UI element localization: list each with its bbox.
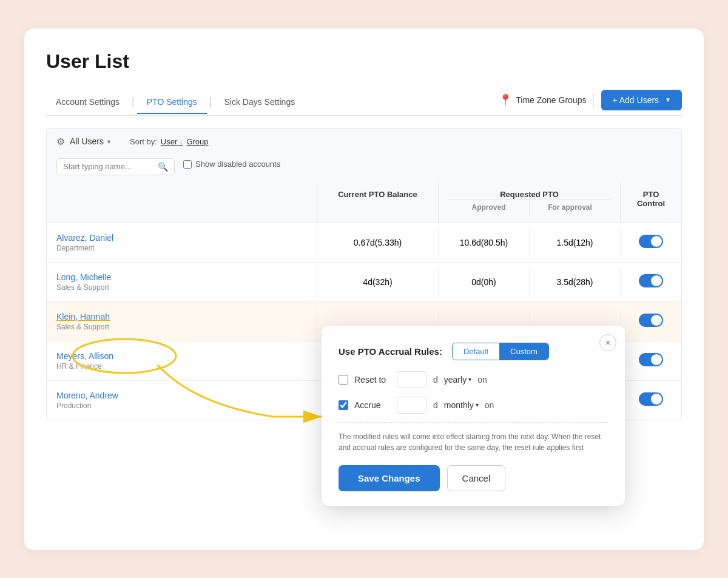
popup-footer: Save Changes Cancel	[339, 465, 608, 491]
filter-icon: ⚙	[56, 136, 65, 147]
location-icon: 📍	[499, 93, 512, 107]
default-button[interactable]: Default	[453, 343, 499, 360]
custom-button[interactable]: Custom	[499, 343, 548, 360]
pto-toggle-4[interactable]	[639, 392, 663, 406]
col-name-header	[47, 183, 317, 223]
reset-label: Reset to	[354, 375, 391, 385]
filter-caret-icon: ▾	[107, 138, 110, 145]
add-users-button[interactable]: + Add Users ▼	[601, 90, 682, 110]
tab-separator-2: |	[207, 96, 215, 107]
toggle-cell-1	[621, 264, 681, 300]
toggle-cell-2	[621, 304, 681, 339]
page-title: User List	[46, 50, 682, 73]
user-cell-0: Alvarez, Daniel Department	[47, 223, 317, 262]
requested-cell-0: 10.6d(80.5h) 1.5d(12h)	[439, 228, 621, 257]
user-dept-3: HR & Finance	[56, 362, 307, 371]
pto-toggle-0[interactable]	[639, 235, 663, 248]
show-disabled-checkbox[interactable]	[183, 160, 192, 169]
filter-row1: ⚙ All Users ▾ Sort by: User ↓ Group	[56, 136, 672, 147]
toggle-cell-0	[621, 225, 681, 260]
col-control-header: PTO Control	[621, 183, 681, 223]
col-balance-header: Current PTO Balance	[317, 183, 439, 223]
user-dept-2: Sales & Support	[56, 323, 307, 331]
search-icon: 🔍	[158, 162, 168, 172]
user-dept-4: Production	[56, 402, 307, 410]
accrue-rule-row: Accrue 1 d monthly ▾ on	[339, 397, 608, 414]
pto-toggle-1[interactable]	[639, 274, 663, 287]
approved-1: 0d(0h)	[439, 267, 530, 297]
balance-cell-1: 4d(32h)	[317, 267, 439, 297]
pto-toggle-3[interactable]	[639, 353, 663, 366]
user-name-0[interactable]: Alvarez, Daniel	[56, 233, 307, 243]
for-approval-1: 3.5d(28h)	[530, 267, 620, 297]
dropdown-arrow-icon: ▼	[665, 96, 671, 103]
tab-sick-days[interactable]: Sick Days Settings	[214, 91, 305, 114]
reset-unit: d	[433, 375, 438, 385]
for-approval-0: 1.5d(12h)	[530, 228, 620, 257]
search-box: 🔍	[56, 158, 175, 175]
show-disabled-label[interactable]: Show disabled accounts	[183, 160, 280, 169]
reset-frequency[interactable]: yearly ▾	[444, 375, 471, 385]
user-name-4[interactable]: Moreno, Andrew	[56, 391, 307, 400]
timezone-button[interactable]: 📍 Time Zone Groups	[499, 93, 586, 107]
sort-area: Sort by: User ↓ Group	[130, 137, 209, 146]
table-row: Long, Michelle Sales & Support 4d(32h) 0…	[47, 263, 681, 302]
reset-suffix: on	[477, 375, 487, 385]
timezone-label: Time Zone Groups	[516, 95, 586, 105]
col-requested-header: Requested PTO Approved For approval	[439, 183, 621, 223]
all-users-filter[interactable]: All Users ▾	[70, 136, 110, 146]
col-for-approval-sub: For approval	[530, 200, 610, 215]
vertical-separator	[593, 93, 594, 107]
accrue-frequency[interactable]: monthly ▾	[444, 400, 479, 410]
popup-info-text: The modified rules will come into effect…	[339, 422, 608, 453]
filter-label: All Users	[70, 136, 104, 146]
sort-user-link[interactable]: User ↓	[161, 137, 183, 146]
table-row: Alvarez, Daniel Department 0.67d(5.33h) …	[47, 223, 681, 263]
sort-by-label: Sort by:	[130, 137, 157, 146]
sort-group-link[interactable]: Group	[186, 137, 208, 146]
cancel-button[interactable]: Cancel	[447, 465, 506, 491]
requested-cell-1: 0d(0h) 3.5d(28h)	[439, 267, 621, 297]
approved-0: 10.6d(80.5h)	[439, 228, 530, 257]
toggle-cell-4	[621, 383, 681, 418]
accrual-rules-popup: × Use PTO Accrual Rules: Default Custom …	[322, 326, 625, 506]
reset-value-input[interactable]: 0	[397, 371, 427, 388]
pto-toggle-2[interactable]	[639, 314, 663, 327]
tab-account-settings[interactable]: Account Settings	[46, 91, 129, 114]
accrue-checkbox[interactable]	[339, 400, 348, 410]
search-input[interactable]	[63, 162, 154, 171]
reset-checkbox[interactable]	[339, 375, 348, 385]
save-changes-button[interactable]: Save Changes	[339, 465, 440, 491]
balance-cell-0: 0.67d(5.33h)	[317, 228, 439, 257]
sort-arrow-icon: ↓	[180, 138, 183, 146]
reset-rule-row: Reset to 0 d yearly ▾ on	[339, 371, 608, 388]
user-cell-2: Klein, Hannah Sales & Support	[47, 302, 317, 341]
show-disabled-text: Show disabled accounts	[195, 160, 280, 169]
user-cell-1: Long, Michelle Sales & Support	[47, 263, 317, 301]
user-dept-0: Department	[56, 244, 307, 252]
user-name-3[interactable]: Meyers, Allison	[56, 351, 307, 361]
main-card: User List Account Settings | PTO Setting…	[24, 29, 704, 550]
column-headers: Current PTO Balance Requested PTO Approv…	[46, 183, 682, 223]
tabs-right: 📍 Time Zone Groups + Add Users ▼	[499, 90, 682, 115]
col-approved-sub: Approved	[448, 200, 530, 215]
accrue-suffix: on	[485, 400, 494, 410]
accrue-freq-caret-icon: ▾	[476, 402, 479, 408]
popup-title: Use PTO Accrual Rules:	[339, 346, 442, 357]
tabs-row: Account Settings | PTO Settings | Sick D…	[46, 90, 682, 116]
user-name-1[interactable]: Long, Michelle	[56, 272, 307, 282]
user-dept-1: Sales & Support	[56, 283, 307, 292]
popup-close-button[interactable]: ×	[599, 334, 616, 351]
filter-section: ⚙ All Users ▾ Sort by: User ↓ Group 🔍	[46, 128, 682, 183]
tab-pto-settings[interactable]: PTO Settings	[137, 91, 207, 114]
popup-title-row: Use PTO Accrual Rules: Default Custom	[339, 343, 608, 360]
user-name-2[interactable]: Klein, Hannah	[56, 312, 307, 321]
filter-row2: 🔍 Show disabled accounts	[56, 147, 672, 183]
accrue-value-input[interactable]: 1	[397, 397, 427, 414]
toggle-cell-3	[621, 343, 681, 378]
rule-type-buttons: Default Custom	[452, 343, 549, 360]
add-users-label: + Add Users	[612, 95, 659, 105]
col-requested-sub: Approved For approval	[448, 199, 610, 215]
user-cell-3: Meyers, Allison HR & Finance	[47, 341, 317, 380]
accrue-unit: d	[433, 400, 438, 410]
